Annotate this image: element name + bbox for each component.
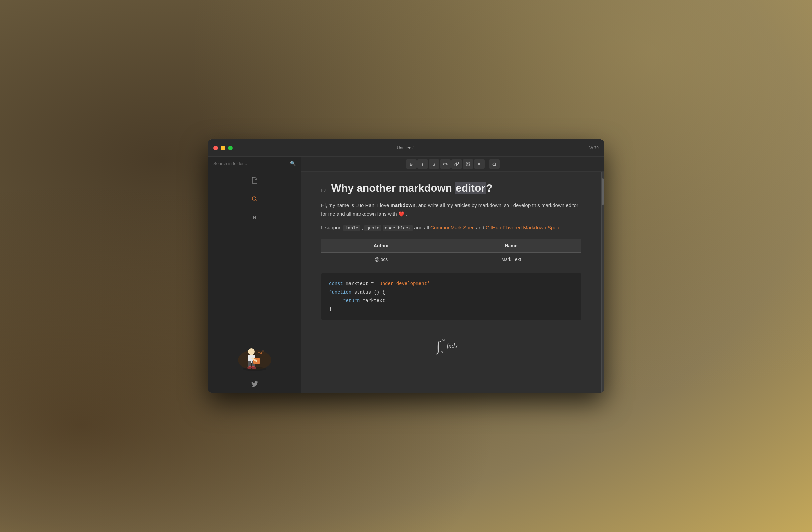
code-keyword-function: function	[329, 290, 351, 295]
math-expression: ∫ ∞ 0 fxdx	[435, 334, 468, 356]
code-line-3: return marktext	[329, 297, 574, 305]
svg-text:fxdx: fxdx	[447, 342, 458, 349]
image-button[interactable]	[463, 159, 473, 169]
sidebar-illustration	[208, 228, 301, 377]
editor-area: B I S </> ✕	[301, 157, 604, 392]
clear-button[interactable]: ✕	[474, 159, 484, 169]
sidebar-icons: H	[208, 171, 301, 228]
code-line-1: const marktext = 'under development'	[329, 279, 574, 288]
editor-content[interactable]: H3 Why another markdown editor? Hi, my n…	[301, 172, 601, 392]
app-window: Untitled-1 W 79 🔍	[208, 140, 604, 392]
svg-point-13	[258, 351, 260, 353]
minimize-button[interactable]	[221, 146, 225, 150]
code-var-marktext: marktext =	[346, 281, 376, 286]
svg-point-11	[260, 352, 262, 354]
title-bar: Untitled-1 W 79	[208, 140, 604, 157]
svg-point-12	[262, 350, 264, 351]
search-bar: 🔍	[208, 157, 301, 171]
code-line-4: }	[329, 305, 574, 313]
bold-button[interactable]: B	[406, 159, 417, 169]
heading-text: Why another markdown editor?	[331, 182, 581, 195]
main-layout: 🔍 H	[208, 157, 604, 392]
link-button[interactable]	[451, 159, 462, 169]
heading-level-label: H3	[321, 188, 326, 193]
italic-button[interactable]: I	[417, 159, 428, 169]
code-keyword-return: return	[343, 298, 360, 303]
svg-point-15	[243, 367, 266, 371]
code-function-signature: status () {	[354, 290, 385, 295]
table-header-author: Author	[321, 239, 441, 253]
math-block: ∫ ∞ 0 fxdx	[321, 327, 581, 364]
sidebar-bottom	[208, 377, 301, 392]
table-header-name: Name	[441, 239, 581, 253]
code-string-value: 'under development'	[377, 281, 430, 286]
window-title: Untitled-1	[397, 145, 415, 150]
code-keyword-const: const	[329, 281, 343, 286]
table-cell-author: @jocs	[321, 253, 441, 266]
code-block: const marktext = 'under development' fun…	[321, 273, 581, 320]
svg-text:∫: ∫	[435, 338, 441, 355]
word-count: W 79	[589, 146, 599, 150]
paragraph-2: It support table , quote code block and …	[321, 224, 581, 232]
commonmark-link[interactable]: CommonMark Spec	[430, 225, 475, 230]
table-row: @jocs Mark Text	[321, 253, 581, 266]
code-closing-brace: }	[329, 306, 332, 312]
code-line-2: function status () {	[329, 288, 574, 297]
close-button[interactable]	[213, 146, 218, 150]
search-sidebar-icon[interactable]	[249, 193, 261, 205]
search-input[interactable]	[213, 161, 287, 166]
svg-line-1	[255, 200, 257, 202]
strikethrough-button[interactable]: S	[429, 159, 439, 169]
markdown-table: Author Name @jocs Mark Text	[321, 239, 581, 266]
code-table: table	[344, 225, 360, 231]
svg-point-17	[467, 163, 467, 164]
heading-sidebar-icon[interactable]: H	[249, 212, 261, 224]
maximize-button[interactable]	[228, 146, 233, 150]
table-cell-name: Mark Text	[441, 253, 581, 266]
svg-point-3	[248, 348, 255, 355]
main-heading: H3 Why another markdown editor?	[321, 182, 581, 195]
search-icon[interactable]: 🔍	[290, 161, 295, 166]
github-flavored-link[interactable]: GitHub Flavored Markdown Spec	[485, 225, 559, 230]
traffic-lights	[213, 146, 233, 150]
bold-text: markdown	[390, 202, 415, 208]
code-quote: quote	[364, 225, 381, 231]
format-toolbar: B I S </> ✕	[301, 157, 604, 172]
paragraph-1: Hi, my name is Luo Ran, I love markdown,…	[321, 201, 581, 218]
file-icon[interactable]	[249, 174, 261, 186]
code-indent	[329, 298, 340, 303]
svg-text:∞: ∞	[442, 337, 445, 342]
twitter-icon[interactable]	[251, 381, 258, 389]
code-codeblock: code block	[383, 225, 413, 231]
svg-text:0: 0	[440, 350, 443, 355]
toolbar-separator	[487, 161, 487, 168]
heading-highlight: editor	[455, 182, 486, 194]
code-inline-button[interactable]: </>	[440, 159, 451, 169]
erase-button[interactable]	[489, 159, 499, 169]
scrollbar[interactable]	[601, 172, 604, 392]
left-panel: 🔍 H	[208, 157, 301, 392]
code-return-value: marktext	[363, 298, 385, 303]
svg-point-14	[263, 355, 264, 356]
